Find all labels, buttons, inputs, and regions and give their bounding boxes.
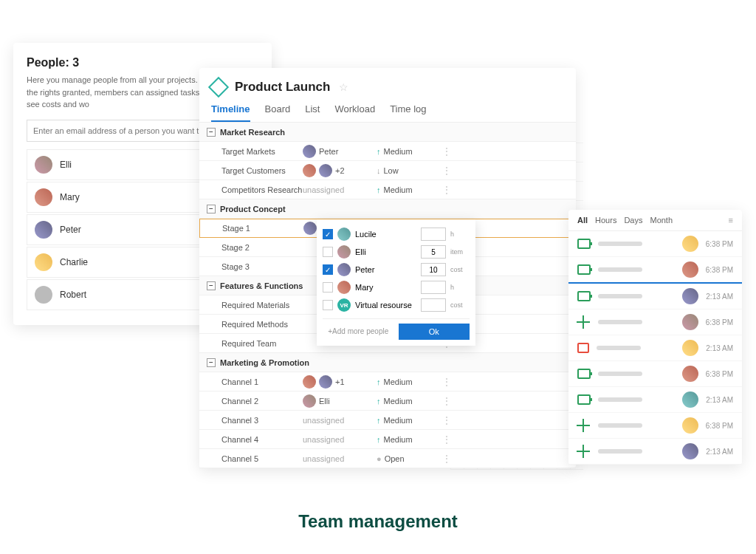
task-priority[interactable]: ●Open [377,454,436,463]
task-assignee[interactable]: unassigned [303,185,377,194]
timelog-row[interactable]: 6:38 PM [568,361,742,387]
project-title: Product Launch [235,80,330,95]
task-priority[interactable]: ↑Medium [377,147,436,156]
more-menu-icon[interactable]: ⋮ [436,395,458,407]
more-menu-icon[interactable]: ⋮ [436,165,458,177]
checkbox[interactable] [323,247,333,257]
time-tab-month[interactable]: Month [650,216,673,225]
popup-person-row[interactable]: Elli item [323,243,470,261]
task-priority[interactable]: ↑Medium [377,416,436,425]
timelog-row[interactable]: 2:13 AM [568,439,742,465]
task-row[interactable]: Channel 3unassigned↑Medium⋮ [199,411,576,430]
person-name: Robert [60,290,86,300]
timelog-row[interactable]: 6:38 PM [568,231,742,257]
filter-icon[interactable]: ≡ [729,216,733,225]
allocation-input[interactable] [421,298,446,312]
collapse-icon[interactable]: − [207,205,216,213]
timelog-row[interactable]: 2:13 AM [568,335,742,361]
task-name: Marketing & Promotion [220,358,323,367]
allocation-input[interactable] [421,281,446,294]
more-menu-icon[interactable]: ⋮ [436,434,458,445]
collapse-icon[interactable]: − [207,358,216,367]
avatar [337,245,351,259]
checkbox[interactable]: ✓ [323,264,333,275]
time-bar [598,449,642,454]
tab-list[interactable]: List [305,103,320,122]
task-row[interactable]: Competitors Researchunassigned↑Medium⋮ [199,180,576,199]
more-menu-icon[interactable]: ⋮ [436,184,458,196]
move-icon [577,420,591,431]
task-row[interactable]: Channel 2Elli↑Medium⋮ [199,391,576,411]
task-row[interactable]: −Market Research [199,123,576,142]
task-row[interactable]: Channel 5unassigned●Open⋮ [199,449,576,468]
tab-workload[interactable]: Workload [334,103,375,122]
task-assignee[interactable]: +2 [303,164,377,177]
time-bar [598,397,642,402]
task-priority[interactable]: ↑Medium [377,435,436,444]
timestamp: 2:13 AM [706,448,733,456]
task-row[interactable]: Stage 1↑Medium⋮ ✓ Lucile h Elli item ✓ P… [199,219,576,238]
collapse-icon[interactable]: − [207,128,216,137]
timelog-row[interactable]: 2:13 AM [568,387,742,413]
checkbox[interactable] [323,300,333,310]
task-name: Channel 3 [199,416,303,425]
task-priority[interactable]: ↓Low [377,166,436,175]
task-priority[interactable]: ↑Medium [377,185,436,194]
task-assignee[interactable]: Peter [303,145,377,158]
allocation-input[interactable] [421,228,446,241]
move-icon [577,317,591,327]
task-row[interactable]: Channel 1+1↑Medium⋮ [199,372,576,391]
task-row[interactable]: −Product Concept [199,199,576,219]
task-assignee[interactable]: unassigned [303,416,377,425]
tab-board[interactable]: Board [265,103,291,122]
task-name: Stage 2 [199,243,303,252]
task-priority[interactable]: ↑Medium [377,397,436,406]
task-row[interactable]: −Marketing & Promotion [199,353,576,372]
more-menu-icon[interactable]: ⋮ [436,376,458,388]
time-tab-hours[interactable]: Hours [595,216,616,225]
time-bar [598,242,642,246]
avatar [35,286,52,304]
task-assignee[interactable]: +1 [303,375,377,389]
timelog-row[interactable]: 6:38 PM [568,257,742,284]
more-menu-icon[interactable]: ⋮ [436,414,458,426]
task-row[interactable]: Target MarketsPeter↑Medium⋮ [199,142,576,161]
add-more-people-button[interactable]: +Add more people [323,324,394,340]
avatar [682,340,698,356]
more-menu-icon[interactable]: ⋮ [436,146,458,157]
time-bar [597,346,641,350]
popup-person-row[interactable]: Mary h [323,278,470,296]
task-assignee[interactable]: Elli [303,394,377,408]
timelog-row[interactable]: 6:38 PM [568,310,742,335]
task-row[interactable]: Channel 4unassigned↑Medium⋮ [199,430,576,449]
timestamp: 6:38 PM [706,318,733,326]
time-bar [598,320,642,324]
allocation-input[interactable] [421,245,446,259]
star-icon[interactable]: ☆ [339,81,348,93]
allocation-input[interactable] [421,263,446,276]
time-tab-all[interactable]: All [577,216,588,225]
timelog-row[interactable]: 6:38 PM [568,413,742,439]
checkbox[interactable] [323,282,333,293]
task-name: Target Customers [199,166,303,175]
task-assignee[interactable]: unassigned [303,454,377,463]
collapse-icon[interactable]: − [207,281,216,290]
more-menu-icon[interactable]: ⋮ [436,453,458,465]
red-icon [577,343,589,353]
timestamp: 6:38 PM [706,266,733,274]
task-name: Channel 1 [199,377,303,386]
tab-time-log[interactable]: Time log [390,103,426,122]
popup-person-row[interactable]: ✓ Lucile h [323,225,470,243]
project-header: Product Launch ☆ [199,68,576,95]
checkbox[interactable]: ✓ [323,229,333,239]
tab-timeline[interactable]: Timeline [211,103,250,122]
task-assignee[interactable]: unassigned [303,435,377,444]
ok-button[interactable]: Ok [399,324,470,340]
popup-person-row[interactable]: VR Virtual resourse cost [323,296,470,314]
time-tab-days[interactable]: Days [624,216,642,225]
popup-person-row[interactable]: ✓ Peter cost [323,261,470,278]
task-priority[interactable]: ↑Medium [377,377,436,386]
project-panel: Product Launch ☆ TimelineBoardListWorklo… [199,68,576,468]
timelog-row[interactable]: 2:13 AM [568,284,742,310]
task-row[interactable]: Target Customers+2↓Low⋮ [199,161,576,180]
